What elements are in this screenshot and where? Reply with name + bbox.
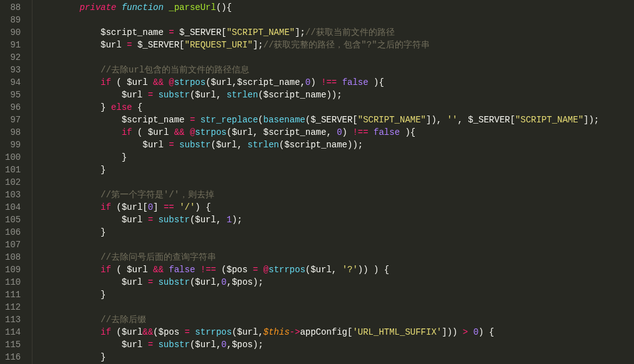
- token-var: $url: [237, 327, 259, 337]
- token-punc: [: [142, 202, 147, 212]
- token-var: $script_name: [237, 77, 300, 87]
- code-line[interactable]: [37, 14, 634, 26]
- token-var: $url: [211, 77, 232, 87]
- token-punc: ]),: [426, 115, 447, 125]
- code-line[interactable]: $url = substr($url, strlen($script_name)…: [37, 139, 634, 151]
- token-punc: [122, 40, 127, 50]
- token-punc: ,: [237, 140, 248, 150]
- token-punc: [148, 265, 153, 275]
- code-line[interactable]: //第一个字符是'/'，则去掉: [37, 189, 634, 201]
- token-punc: [37, 265, 101, 275]
- token-op: &&: [153, 265, 164, 275]
- code-line[interactable]: }: [37, 351, 634, 363]
- token-cmt: //第一个字符是'/'，则去掉: [101, 190, 214, 200]
- token-punc: [: [179, 40, 184, 50]
- code-editor[interactable]: 8889909192939495969798991001011021031041…: [0, 0, 634, 364]
- token-punc: [37, 127, 121, 137]
- code-line[interactable]: [37, 301, 634, 313]
- token-punc: }: [37, 152, 127, 162]
- token-var: $pos: [227, 265, 248, 275]
- code-line[interactable]: }: [37, 226, 634, 239]
- line-number: 115: [5, 338, 21, 351]
- token-var: $url: [127, 77, 148, 87]
- token-punc: );: [253, 340, 264, 350]
- token-op: =: [148, 340, 153, 350]
- token-punc: (: [153, 327, 158, 337]
- token-punc: [174, 202, 179, 212]
- token-op: =: [148, 90, 153, 100]
- line-number: 108: [5, 251, 21, 263]
- code-line[interactable]: //去除问号后面的查询字符串: [37, 251, 634, 263]
- token-punc: [37, 77, 101, 87]
- code-line[interactable]: //去除后缀: [37, 313, 634, 326]
- code-line[interactable]: [37, 51, 634, 64]
- token-punc: (: [216, 265, 227, 275]
- code-line[interactable]: if ( $url && false !== ($pos = @strrpos(…: [37, 263, 634, 276]
- code-line[interactable]: if ( $url && @strpos($url, $script_name,…: [37, 126, 634, 139]
- line-number: 113: [5, 313, 21, 326]
- line-number: 112: [5, 301, 21, 313]
- token-punc: (: [206, 77, 211, 87]
- token-punc: [174, 27, 179, 37]
- token-punc: [37, 252, 101, 262]
- code-line[interactable]: } else {: [37, 101, 634, 114]
- token-var: $_SERVER: [468, 115, 510, 125]
- token-punc: [37, 115, 121, 125]
- code-line[interactable]: }: [37, 288, 634, 301]
- token-punc: [369, 127, 374, 137]
- code-line[interactable]: }: [37, 164, 634, 176]
- token-cmt: //去除url包含的当前文件的路径信息: [101, 65, 249, 75]
- code-line[interactable]: }: [37, 151, 634, 164]
- token-var: $_SERVER: [310, 115, 352, 125]
- token-var: $url: [195, 215, 216, 225]
- token-var: $script_name: [264, 127, 327, 137]
- code-area[interactable]: private function _parseUrl(){ $script_na…: [32, 0, 634, 364]
- code-line[interactable]: if ($url&&($pos = strrpos($url,$this->ap…: [37, 326, 634, 338]
- code-line[interactable]: if ($url[0] == '/') {: [37, 201, 634, 214]
- token-op: =: [148, 215, 153, 225]
- code-line[interactable]: $script_name = $_SERVER["SCRIPT_NAME"];/…: [37, 26, 634, 39]
- token-var: $url: [122, 327, 143, 337]
- token-var: $script_name: [122, 115, 185, 125]
- code-line[interactable]: [37, 239, 634, 251]
- token-punc: ,: [227, 340, 232, 350]
- token-op: =: [185, 327, 190, 337]
- code-line[interactable]: //去除url包含的当前文件的路径信息: [37, 64, 634, 76]
- line-number: 97: [5, 114, 21, 126]
- token-var: $script_name: [284, 140, 347, 150]
- code-line[interactable]: $url = substr($url,0,$pos);: [37, 276, 634, 288]
- token-call: strpos: [195, 127, 226, 137]
- token-call: strrpos: [269, 265, 305, 275]
- line-number: 116: [5, 351, 21, 363]
- code-line[interactable]: $script_name = str_replace(basename($_SE…: [37, 114, 634, 126]
- token-punc: ,: [253, 127, 264, 137]
- code-line[interactable]: $url = substr($url,0,$pos);: [37, 338, 634, 351]
- line-number: 95: [5, 89, 21, 101]
- token-op: &&: [174, 127, 185, 137]
- code-line[interactable]: private function _parseUrl(){: [37, 1, 634, 14]
- token-punc: [37, 140, 142, 150]
- token-punc: (: [211, 140, 216, 150]
- token-punc: ,: [326, 127, 337, 137]
- code-line[interactable]: [37, 176, 634, 189]
- token-punc: ]);: [583, 115, 599, 125]
- token-var: $pos: [232, 340, 253, 350]
- token-op: &&: [153, 77, 164, 87]
- token-call: strpos: [174, 77, 206, 87]
- token-punc: (: [258, 115, 263, 125]
- token-var: $script_name: [101, 27, 164, 37]
- token-cmt: //获取当前文件的路径: [305, 27, 395, 37]
- token-punc: {: [132, 102, 142, 112]
- token-op: =: [169, 140, 174, 150]
- code-line[interactable]: $url = substr($url, 1);: [37, 214, 634, 226]
- code-line[interactable]: $url = $_SERVER["REQUEST_URI"];//获取完整的路径…: [37, 39, 634, 51]
- code-line[interactable]: if ( $url && @strpos($url,$script_name,0…: [37, 76, 634, 89]
- token-punc: [37, 27, 101, 37]
- token-punc: [37, 190, 101, 200]
- token-punc: [37, 202, 101, 212]
- token-punc: (: [111, 77, 127, 87]
- code-line[interactable]: $url = substr($url, strlen($script_name)…: [37, 89, 634, 101]
- token-punc: [195, 265, 200, 275]
- token-func-it: function: [122, 2, 164, 12]
- token-num: 0: [221, 277, 226, 287]
